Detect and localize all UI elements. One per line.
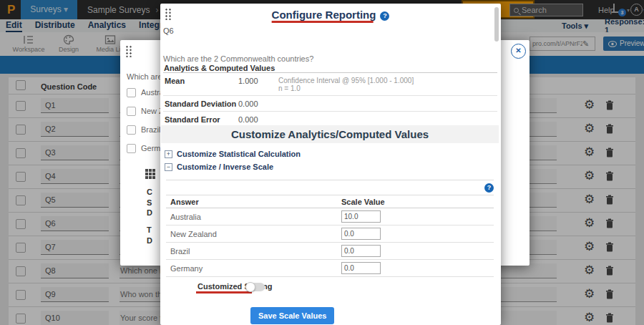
app-screen: P Surveys ▾ Sample Surveys›Qu Help 3 ▾ A… — [0, 0, 644, 325]
option-label: Brazil — [141, 125, 161, 134]
scale-table-header: Answer Scale Value — [166, 195, 494, 208]
column-header: Answer — [170, 198, 199, 206]
clipped-label: D — [147, 208, 152, 217]
section-label: Customize / Inverse Scale — [177, 162, 273, 171]
configure-reporting-dialog: Configure Reporting? Q6 Which are the 2 … — [160, 4, 501, 325]
stat-notes: Confidence Interval @ 95% [1.000 - 1.000… — [278, 77, 497, 92]
option-checkbox[interactable] — [127, 125, 136, 135]
answer-label: Germany — [170, 264, 203, 273]
toggle-knob[interactable] — [245, 282, 255, 292]
stat-value: 1.000 — [238, 77, 278, 92]
clipped-label: C — [147, 188, 152, 196]
drag-handle-icon[interactable] — [125, 45, 132, 57]
scale-table: Answer Scale Value Australia New Zealand — [166, 195, 494, 277]
stat-value: 0.000 — [238, 100, 278, 108]
clipped-label: S — [147, 198, 152, 207]
scale-rows: Australia New Zealand Brazil Ger — [166, 208, 494, 277]
scale-value-input[interactable] — [341, 245, 381, 257]
collapse-icon[interactable]: − — [165, 163, 172, 171]
analytics-heading: Analytics & Computed Values — [164, 64, 275, 72]
section-customize-statistical-calculation[interactable]: + Customize Statistical Calculation — [165, 150, 301, 158]
stat-label: Standard Deviation — [165, 100, 238, 108]
label-underline — [196, 291, 252, 294]
question-text: Which are the 2 Commonwealth countries? — [163, 54, 313, 63]
stat-notes — [278, 115, 497, 124]
stat-notes — [278, 100, 497, 108]
scale-value-input[interactable] — [341, 262, 381, 274]
help-icon[interactable]: ? — [380, 11, 389, 21]
option-checkbox[interactable] — [127, 144, 136, 153]
save-scale-values-button[interactable]: Save Scale Values — [250, 307, 334, 324]
divider — [166, 180, 494, 180]
expand-icon[interactable]: + — [165, 150, 172, 158]
scale-value-input[interactable] — [341, 228, 381, 240]
scale-value-input[interactable] — [341, 210, 381, 223]
clipped-label: T — [147, 225, 152, 234]
option-checkbox[interactable] — [127, 107, 136, 116]
scale-row: Brazil — [166, 243, 494, 260]
answer-label: New Zealand — [170, 230, 217, 238]
answer-label: Australia — [170, 213, 201, 221]
question-code: Q6 — [163, 26, 174, 35]
scale-row: Germany — [166, 260, 494, 277]
close-icon[interactable]: ✕ — [511, 44, 526, 59]
column-header: Scale Value — [341, 198, 385, 206]
customized-scaling-row: Customized Scaling — [160, 281, 501, 293]
section-customize-inverse-scale[interactable]: − Customize / Inverse Scale — [165, 162, 273, 171]
customized-scaling-toggle[interactable] — [246, 283, 265, 291]
stat-row: Mean 1.000 Confidence Interval @ 95% [1.… — [163, 73, 497, 96]
title-underline — [272, 21, 374, 23]
scale-row: Australia — [166, 208, 494, 225]
help-icon[interactable]: ? — [484, 183, 494, 193]
answer-label: Brazil — [170, 247, 190, 256]
page-title: Configure Reporting — [272, 9, 376, 21]
stat-row: Standard Error 0.000 — [163, 112, 497, 127]
stat-label: Mean — [165, 77, 238, 92]
stat-row: Standard Deviation 0.000 — [163, 96, 497, 112]
sample-size: n = 1.0 — [278, 84, 301, 92]
section-label: Customize Statistical Calculation — [177, 150, 301, 158]
table-grid-icon[interactable] — [145, 169, 157, 180]
stat-value: 0.000 — [238, 115, 278, 124]
stats-list: Mean 1.000 Confidence Interval @ 95% [1.… — [163, 73, 497, 127]
clipped-label: D — [147, 236, 152, 245]
option-checkbox[interactable] — [127, 88, 136, 97]
scrollbar-thumb[interactable] — [494, 7, 499, 42]
customize-heading: Customize Analytics/Computed Values — [161, 125, 499, 143]
answer-option: Brazil — [127, 125, 161, 135]
confidence-interval: Confidence Interval @ 95% [1.000 - 1.000… — [278, 77, 414, 84]
scale-row: New Zealand — [166, 225, 494, 243]
stat-label: Standard Error — [165, 115, 238, 124]
